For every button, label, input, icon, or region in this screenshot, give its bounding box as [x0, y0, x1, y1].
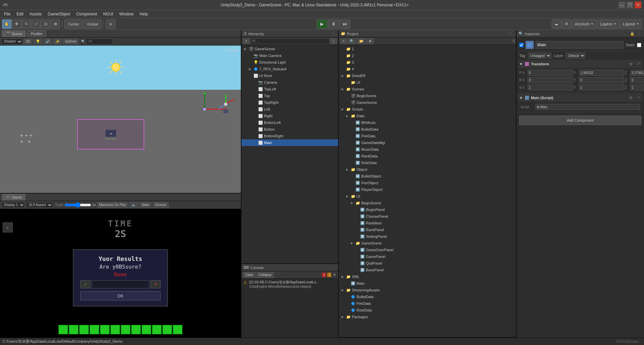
add-component-button[interactable]: Add Component [519, 116, 641, 125]
menu-file[interactable]: File [1, 11, 13, 17]
project-search-button[interactable]: 🔍 [347, 38, 356, 44]
menu-gameobject[interactable]: GameObject [45, 11, 73, 17]
2d-button[interactable]: 2D [23, 39, 33, 45]
center-button[interactable]: Center [64, 19, 83, 29]
project-item-basepanel[interactable]: #️⃣BasePanel [339, 267, 516, 273]
scale-tool[interactable]: ⤢ [31, 19, 41, 29]
project-item-streamingassets[interactable]: ▶📁StreamingAssets [339, 287, 516, 293]
menu-help[interactable]: Help [137, 11, 151, 17]
project-item-beginscene[interactable]: 🎬BeginScene [339, 92, 516, 99]
transform-help-icon[interactable]: ? [635, 61, 641, 67]
project-item-firedata[interactable]: #️⃣FireData [339, 133, 516, 139]
scene-gizmos-button[interactable]: Gizmos [63, 39, 79, 45]
rotate-tool[interactable]: ↻ [21, 19, 31, 29]
project-item-scripts[interactable]: ▶📁Scripts [339, 106, 516, 113]
console-menu-button[interactable]: ⋮ [330, 265, 336, 271]
transform-header[interactable]: ▼ Transform ⚙ ? [518, 60, 643, 68]
project-item-bulletobject[interactable]: #️⃣BulletObject [339, 173, 516, 180]
project-item-1[interactable]: 📁1 [339, 46, 516, 52]
aspect-dropdown[interactable]: 16:9 Aspect [26, 202, 53, 208]
project-item-settingpanel[interactable]: #️⃣SettingPanel [339, 233, 516, 240]
hierarchy-item-uiroot[interactable]: ⬜UI Root [241, 72, 338, 79]
transform-tool[interactable]: ⊞ [51, 19, 60, 29]
scale-x[interactable] [528, 84, 573, 90]
project-item-3[interactable]: 📁3 [339, 59, 516, 66]
project-item-xml[interactable]: ▶📁XML [339, 273, 516, 280]
project-item-roledata[interactable]: #️⃣RoleData [339, 159, 516, 166]
dialog-ok-button[interactable]: OK [80, 291, 161, 300]
console-log-entry[interactable]: ⚠ [21:03:49] C:/Users/安冰墨/AppData/LocalL… [241, 279, 338, 290]
rect-tool[interactable]: ⊡ [41, 19, 50, 29]
project-item-bkmusic[interactable]: #️⃣BKMusic [339, 119, 516, 126]
close-button[interactable]: ✕ [635, 2, 641, 8]
project-item-4[interactable]: 📁4 [339, 66, 516, 72]
collab-button[interactable]: ☁ [552, 19, 561, 29]
transform-settings-icon[interactable]: ⚙ [628, 61, 634, 67]
hierarchy-sort-button[interactable]: ↕ [330, 38, 337, 44]
project-item-packages[interactable]: ▶📁Packages [339, 314, 516, 320]
layers-dropdown[interactable]: Layers ▼ [597, 19, 619, 29]
hierarchy-item-7_rfx_nebula4[interactable]: ▶🔷7_RFX_Nebula4 [241, 66, 338, 72]
rotation-y[interactable] [579, 77, 624, 83]
position-y[interactable] [579, 70, 624, 76]
project-item-rankdata[interactable]: #️⃣RankData [339, 153, 516, 159]
project-item-data[interactable]: ▶📁Data [339, 113, 516, 119]
scale-z[interactable] [630, 84, 644, 90]
project-menu-button[interactable]: ⋮ [508, 31, 514, 37]
hierarchy-item-main[interactable]: ⬜Main [241, 139, 338, 146]
shading-dropdown[interactable]: Shaded [1, 39, 22, 45]
dialog-check-button[interactable]: ✓ [80, 280, 91, 288]
hierarchy-item-right[interactable]: ⬜Right [241, 113, 338, 119]
hierarchy-add-button[interactable]: + [243, 38, 250, 44]
left-arrow-button[interactable]: ‹ [3, 222, 13, 232]
hierarchy-item-botton[interactable]: ⬜Botton [241, 126, 338, 133]
script-header[interactable]: ▼ Main (Script) ⚙ ? [518, 94, 643, 102]
static-checkbox[interactable] [637, 43, 641, 47]
scene-search-input[interactable] [86, 39, 113, 45]
hierarchy-item-topright[interactable]: ⬜TopRight [241, 99, 338, 106]
menu-window[interactable]: Window [116, 11, 136, 17]
profiler-tab[interactable]: Profiler [27, 30, 46, 37]
project-add-button[interactable]: + [340, 38, 347, 44]
scene-tab[interactable]: 🎬 Scene [2, 30, 26, 37]
console-clear-button[interactable]: Clear [243, 272, 256, 278]
game-tab[interactable]: 🎮 Game [2, 194, 25, 201]
layer-dropdown[interactable]: Default [566, 53, 585, 59]
hierarchy-item-camera[interactable]: 📷Camera [241, 79, 338, 86]
project-folder-button[interactable]: 📂 [357, 38, 366, 44]
layout-dropdown[interactable]: Layout ▼ [620, 19, 642, 29]
project-item-rankpanel[interactable]: #️⃣RankPanel [339, 226, 516, 233]
scale-y[interactable] [579, 84, 624, 90]
script-settings-icon[interactable]: ⚙ [628, 95, 634, 101]
display-dropdown[interactable]: Display 1 [1, 202, 25, 208]
hierarchy-item-directionallight[interactable]: 💡Directional Light [241, 59, 338, 66]
project-item-2[interactable]: 📁2 [339, 52, 516, 59]
project-item-bulletdata[interactable]: #️⃣BulletData [339, 126, 516, 133]
global-button[interactable]: Global [84, 19, 102, 29]
rotation-z[interactable] [630, 77, 644, 83]
hierarchy-item-left[interactable]: ⬜Left [241, 106, 338, 113]
project-item-bulletdata[interactable]: 🔷BulletData [339, 293, 516, 300]
stats-button[interactable]: Stats [139, 202, 152, 208]
hierarchy-menu-button[interactable]: ⋮ [330, 31, 336, 37]
project-item-choosepanel[interactable]: #️⃣ChoosePanel [339, 213, 516, 220]
hierarchy-search-input[interactable] [250, 38, 330, 44]
dialog-x-button[interactable]: ✕ [151, 280, 161, 288]
position-z[interactable] [630, 70, 644, 76]
scale-slider[interactable] [64, 203, 91, 207]
project-item-fireobject[interactable]: #️⃣FireObject [339, 180, 516, 186]
project-item-firedata[interactable]: 🔷FireData [339, 300, 516, 307]
project-item-rankitem[interactable]: #️⃣RankItem [339, 220, 516, 226]
project-item-gamescene[interactable]: 🎬GameScene [339, 99, 516, 106]
play-button[interactable]: ▶ [317, 19, 327, 29]
step-button[interactable]: ⏭ [339, 19, 350, 29]
script-help-icon[interactable]: ? [635, 95, 641, 101]
pause-button[interactable]: ⏸ [328, 19, 339, 29]
project-item-gamescene[interactable]: ▶📁GameScene [339, 240, 516, 247]
position-x[interactable] [528, 70, 573, 76]
menu-ngui[interactable]: NGUI [100, 11, 116, 17]
project-item-playerobject[interactable]: #️⃣PlayerObject [339, 186, 516, 193]
hierarchy-item-topleft[interactable]: ⬜TopLeft [241, 86, 338, 92]
mute-button[interactable]: 🔈 [129, 202, 138, 208]
inspector-menu-button[interactable]: ⋮ [636, 31, 642, 37]
